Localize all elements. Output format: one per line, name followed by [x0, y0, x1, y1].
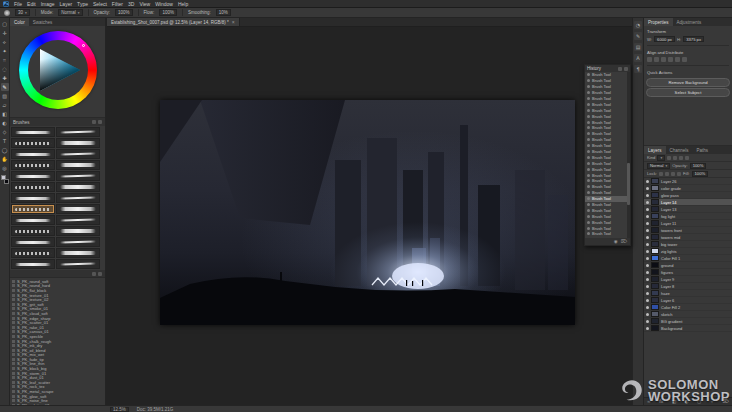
- filter-pixel-icon[interactable]: [667, 156, 671, 160]
- close-icon[interactable]: ×: [232, 19, 235, 25]
- new-brush-icon[interactable]: [92, 272, 96, 276]
- visibility-eye-icon[interactable]: [646, 236, 649, 239]
- layer-row[interactable]: Color Fill 1: [644, 255, 732, 262]
- filter-type-icon[interactable]: [679, 156, 683, 160]
- brush-preview[interactable]: [11, 237, 55, 247]
- tool-button[interactable]: ✦: [1, 47, 9, 55]
- layer-thumbnail[interactable]: [651, 234, 659, 240]
- panel-tab[interactable]: Paths: [693, 146, 713, 154]
- brush-preview[interactable]: [11, 226, 55, 236]
- layer-row[interactable]: towers front: [644, 227, 732, 234]
- layer-row[interactable]: figures: [644, 269, 732, 276]
- menu-item[interactable]: Layer: [60, 1, 73, 7]
- panel-dock-icon[interactable]: ¶: [634, 65, 642, 73]
- layer-thumbnail[interactable]: [651, 255, 659, 261]
- collapse-icon[interactable]: [618, 67, 622, 71]
- brush-settings-icon[interactable]: [92, 120, 96, 124]
- layer-thumbnail[interactable]: [651, 318, 659, 324]
- align-left-icon[interactable]: [647, 57, 652, 62]
- visibility-eye-icon[interactable]: [646, 285, 649, 288]
- tool-button[interactable]: T: [1, 137, 9, 145]
- brush-preview[interactable]: [11, 171, 55, 181]
- history-footer-icon[interactable]: ◉: [614, 239, 618, 244]
- panel-dock-icon[interactable]: ▤: [634, 43, 642, 51]
- lock-position-icon[interactable]: [671, 172, 675, 176]
- layer-row[interactable]: Layer 8: [644, 283, 732, 290]
- layer-thumbnail[interactable]: [651, 248, 659, 254]
- brush-preview[interactable]: [11, 149, 55, 159]
- brush-preview[interactable]: [56, 193, 100, 203]
- lock-pixels-icon[interactable]: [665, 172, 669, 176]
- layer-row[interactable]: haze: [644, 290, 732, 297]
- visibility-eye-icon[interactable]: [646, 306, 649, 309]
- tool-button[interactable]: ⟡: [1, 38, 9, 46]
- menu-item[interactable]: Select: [93, 1, 107, 7]
- tool-button[interactable]: ✋: [1, 155, 9, 163]
- visibility-eye-icon[interactable]: [646, 229, 649, 232]
- visibility-eye-icon[interactable]: [646, 292, 649, 295]
- layer-thumbnail[interactable]: [651, 297, 659, 303]
- panel-tab[interactable]: Color: [10, 18, 29, 26]
- layer-row[interactable]: zig lights: [644, 248, 732, 255]
- color-wheel[interactable]: [19, 31, 97, 109]
- menu-item[interactable]: View: [139, 1, 150, 7]
- panel-tab[interactable]: Layers: [644, 146, 666, 154]
- menu-item[interactable]: Image: [41, 1, 55, 7]
- brush-preview[interactable]: [56, 171, 100, 181]
- foreground-color[interactable]: [1, 175, 6, 180]
- layer-row[interactable]: glow pass: [644, 192, 732, 199]
- layer-row[interactable]: Color Fill 2: [644, 304, 732, 311]
- delete-brush-icon[interactable]: [98, 272, 102, 276]
- layer-row[interactable]: Layer 14: [644, 199, 732, 206]
- visibility-eye-icon[interactable]: [646, 313, 649, 316]
- tool-button[interactable]: ▢: [1, 20, 9, 28]
- layer-thumbnail[interactable]: [651, 206, 659, 212]
- visibility-eye-icon[interactable]: [646, 257, 649, 260]
- visibility-eye-icon[interactable]: [646, 271, 649, 274]
- filter-kind-dropdown[interactable]: ▾: [657, 155, 665, 161]
- visibility-eye-icon[interactable]: [646, 194, 649, 197]
- blend-mode-dropdown[interactable]: Normal▾: [58, 9, 82, 16]
- panel-menu-icon[interactable]: [624, 67, 628, 71]
- tool-button[interactable]: ◧: [1, 110, 9, 118]
- height-field[interactable]: 3375 px: [683, 36, 704, 42]
- layer-thumbnail[interactable]: [651, 262, 659, 268]
- layer-thumbnail[interactable]: [651, 220, 659, 226]
- brush-preview[interactable]: [11, 160, 55, 170]
- width-field[interactable]: 6000 px: [654, 36, 675, 42]
- fill-field[interactable]: 100%: [692, 171, 709, 177]
- align-center-icon[interactable]: [654, 57, 659, 62]
- panel-dock-icon[interactable]: A: [634, 54, 642, 62]
- visibility-eye-icon[interactable]: [646, 201, 649, 204]
- layer-row[interactable]: Background: [644, 325, 732, 332]
- layer-thumbnail[interactable]: [651, 283, 659, 289]
- visibility-eye-icon[interactable]: [646, 320, 649, 323]
- layer-thumbnail[interactable]: [651, 311, 659, 317]
- history-scrollbar[interactable]: [627, 72, 630, 238]
- panel-tab[interactable]: Properties: [644, 18, 673, 26]
- panel-tab[interactable]: Channels: [666, 146, 693, 154]
- layer-row[interactable]: big tower: [644, 241, 732, 248]
- filter-adjustment-icon[interactable]: [673, 156, 677, 160]
- layer-row[interactable]: towers mid: [644, 234, 732, 241]
- visibility-eye-icon[interactable]: [646, 215, 649, 218]
- lock-transparency-icon[interactable]: [659, 172, 663, 176]
- brush-preview[interactable]: [56, 127, 100, 137]
- tool-button[interactable]: ✛: [1, 29, 9, 37]
- menu-item[interactable]: File: [14, 1, 22, 7]
- layer-row[interactable]: ground: [644, 262, 732, 269]
- tool-button[interactable]: ◌: [1, 65, 9, 73]
- visibility-eye-icon[interactable]: [646, 180, 649, 183]
- visibility-eye-icon[interactable]: [646, 278, 649, 281]
- layer-thumbnail[interactable]: [651, 241, 659, 247]
- layer-thumbnail[interactable]: [651, 227, 659, 233]
- tool-button[interactable]: ◎: [1, 164, 9, 172]
- brush-preview[interactable]: [56, 138, 100, 148]
- flow-field[interactable]: 100%: [159, 9, 177, 16]
- history-footer-icon[interactable]: ⌦: [621, 239, 627, 244]
- lock-all-icon[interactable]: [677, 172, 681, 176]
- align-bottom-icon[interactable]: [682, 57, 687, 62]
- layer-row[interactable]: Layer 13: [644, 206, 732, 213]
- panel-tab[interactable]: Swatches: [29, 18, 57, 26]
- brush-preview[interactable]: [11, 138, 55, 148]
